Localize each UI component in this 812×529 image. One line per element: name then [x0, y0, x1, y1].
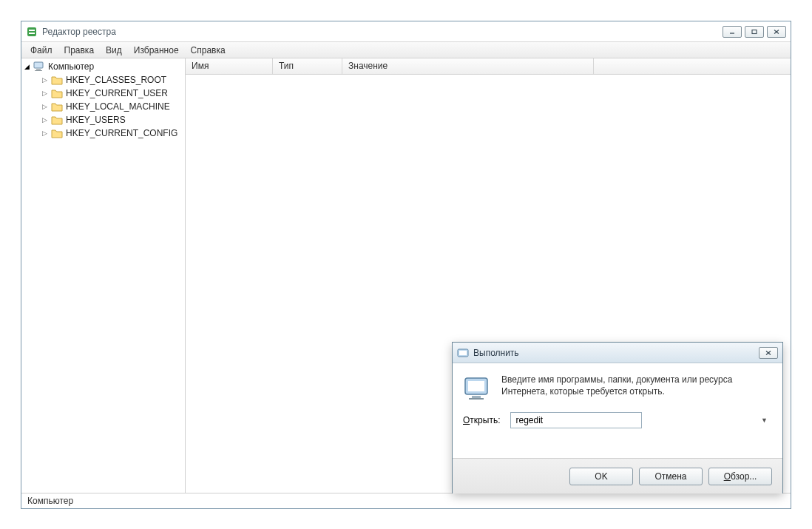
expand-icon[interactable]: ▷ — [42, 76, 50, 84]
regedit-icon — [26, 26, 38, 38]
minimize-button[interactable] — [723, 26, 742, 38]
svg-rect-11 — [459, 351, 467, 355]
expand-icon[interactable]: ▷ — [42, 116, 50, 124]
tree-item-label: HKEY_USERS — [66, 115, 126, 125]
browse-button[interactable]: Обзор... — [708, 468, 772, 485]
tree-item-label: HKEY_CURRENT_CONFIG — [66, 128, 177, 138]
run-button-row: OK Отмена Обзор... — [453, 458, 782, 493]
folder-icon — [51, 75, 63, 85]
menu-edit[interactable]: Правка — [58, 44, 101, 57]
menubar: Файл Правка Вид Избранное Справка — [21, 42, 791, 58]
column-name[interactable]: Имя — [186, 58, 273, 74]
cancel-button[interactable]: Отмена — [639, 468, 703, 485]
column-type[interactable]: Тип — [273, 58, 342, 74]
svg-rect-4 — [752, 30, 757, 33]
ok-button[interactable]: OK — [569, 468, 633, 485]
expand-icon[interactable]: ▷ — [42, 103, 50, 110]
tree-root-row[interactable]: ◢ Компьютер — [21, 60, 185, 73]
svg-rect-0 — [27, 27, 36, 36]
expand-icon[interactable]: ▷ — [42, 129, 50, 137]
tree-item[interactable]: ▷ HKEY_CURRENT_CONFIG — [21, 127, 185, 140]
svg-rect-16 — [472, 396, 481, 398]
status-text: Компьютер — [27, 496, 73, 506]
statusbar: Компьютер — [21, 493, 791, 508]
run-dialog-title: Выполнить — [473, 348, 519, 358]
tree-item-label: HKEY_CLASSES_ROOT — [66, 75, 166, 85]
column-value[interactable]: Значение — [342, 58, 594, 74]
svg-rect-8 — [36, 69, 41, 70]
tree-item[interactable]: ▷ HKEY_CURRENT_USER — [21, 87, 185, 100]
close-button[interactable] — [767, 26, 786, 38]
svg-rect-7 — [34, 62, 43, 68]
tree-item-label: HKEY_CURRENT_USER — [66, 88, 168, 98]
titlebar[interactable]: Редактор реестра — [21, 21, 791, 42]
menu-file[interactable]: Файл — [24, 44, 58, 57]
tree-item[interactable]: ▷ HKEY_CLASSES_ROOT — [21, 73, 185, 87]
tree-item-label: HKEY_LOCAL_MACHINE — [66, 101, 170, 112]
run-description: Введите имя программы, папки, документа … — [501, 374, 772, 397]
run-close-button[interactable] — [759, 347, 778, 359]
svg-rect-17 — [469, 398, 484, 400]
run-dialog-titlebar[interactable]: Выполнить — [453, 343, 782, 363]
dropdown-caret-icon[interactable]: ▼ — [761, 417, 768, 424]
window-title: Редактор реестра — [42, 27, 723, 37]
expand-icon[interactable]: ▷ — [42, 90, 50, 97]
folder-icon — [51, 101, 63, 112]
folder-icon — [51, 115, 63, 125]
registry-tree[interactable]: ◢ Компьютер ▷ HKEY_CLASSES_ROOT ▷ HKEY_C… — [21, 58, 186, 493]
tree-root-label: Компьютер — [48, 61, 94, 72]
run-command-input[interactable] — [510, 412, 642, 428]
run-open-label: Открыть: — [463, 415, 500, 425]
svg-rect-9 — [35, 70, 42, 71]
list-header: Имя Тип Значение — [186, 58, 791, 75]
expand-icon[interactable]: ◢ — [24, 63, 32, 70]
svg-rect-15 — [468, 381, 484, 391]
folder-icon — [51, 88, 63, 98]
folder-icon — [51, 128, 63, 138]
menu-view[interactable]: Вид — [100, 44, 128, 57]
run-dialog-body: Введите имя программы, папки, документа … — [453, 363, 782, 458]
menu-favorites[interactable]: Избранное — [128, 44, 185, 57]
tree-item[interactable]: ▷ HKEY_USERS — [21, 113, 185, 127]
tree-item[interactable]: ▷ HKEY_LOCAL_MACHINE — [21, 100, 185, 113]
column-spacer — [594, 58, 791, 74]
svg-rect-1 — [29, 30, 35, 31]
computer-icon — [33, 61, 45, 72]
svg-rect-2 — [29, 33, 35, 34]
run-program-icon — [463, 375, 493, 402]
run-icon — [457, 347, 469, 359]
maximize-button[interactable] — [745, 26, 764, 38]
menu-help[interactable]: Справка — [185, 44, 231, 57]
run-dialog: Выполнить Введите имя программы, папки, … — [452, 342, 783, 493]
